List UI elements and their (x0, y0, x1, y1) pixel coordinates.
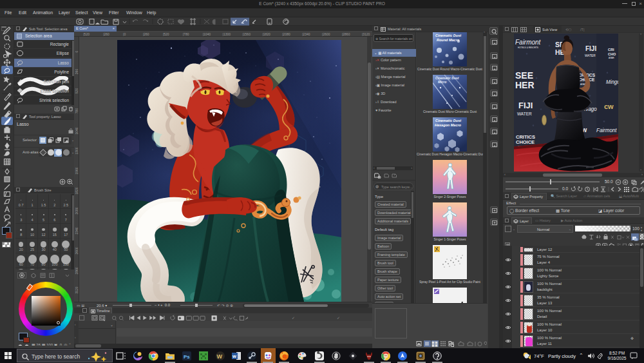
svg-text:FIJI: FIJI (585, 45, 596, 52)
svg-text:Fairmont: Fairmont (596, 128, 617, 133)
svg-text:AWAR: AWAR (609, 57, 615, 59)
svg-text:HOTELS & RESORTS: HOTELS & RESORTS (518, 46, 539, 49)
svg-text:CHOICE: CHOICE (516, 139, 535, 145)
svg-text:CHO: CHO (608, 52, 616, 55)
svg-text:HER: HER (515, 80, 535, 90)
svg-text:Mingo: Mingo (606, 79, 618, 84)
svg-text:Cinematic Dust: Cinematic Dust (435, 34, 462, 37)
svg-text:Cinematic Dust: Cinematic Dust (435, 119, 462, 123)
svg-text:WATER: WATER (517, 112, 532, 116)
svg-text:FIJI: FIJI (518, 101, 533, 110)
svg-text:w: w (232, 353, 236, 359)
svg-text:Hexagon Macro: Hexagon Macro (435, 123, 462, 127)
svg-text:WATER: WATER (585, 54, 596, 57)
svg-text:CRI: CRI (608, 48, 614, 52)
svg-text:Round Macro: Round Macro (437, 38, 460, 42)
svg-text:W: W (217, 353, 223, 360)
svg-text:Micro: Micro (438, 80, 446, 84)
svg-text:cw: cw (604, 103, 614, 110)
svg-text:Fairmont: Fairmont (515, 39, 542, 46)
svg-text:Ps: Ps (184, 354, 190, 360)
